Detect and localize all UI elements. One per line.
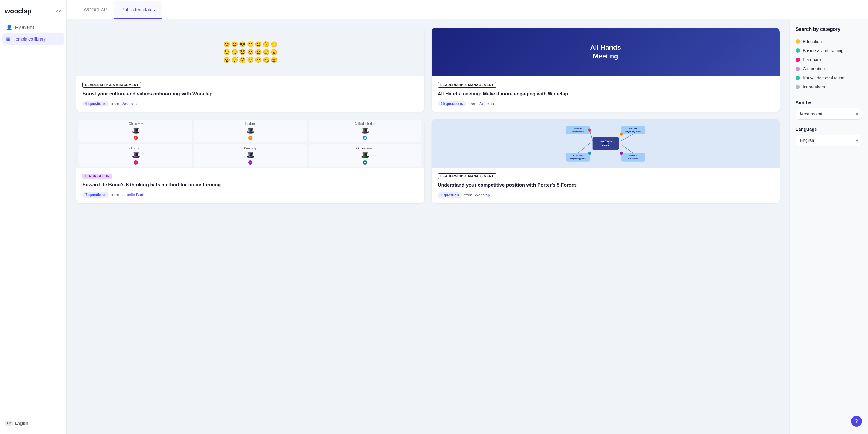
- category-item-co-creation[interactable]: Co-creation: [796, 64, 862, 73]
- card-tag-all-hands: LEADERSHIP & MANAGEMENT: [438, 82, 496, 88]
- author-six-hats[interactable]: Isabelle Barth: [122, 192, 146, 197]
- sidebar-item-templates-library[interactable]: ▦ Templates library: [2, 33, 64, 45]
- questions-badge-six-hats: 7 questions: [83, 192, 109, 197]
- hats-grid: Objectivity 🎩 1 Intuition 🎩 2 Critical t…: [76, 119, 424, 167]
- hat-cell-objectivity: Objectivity 🎩 1: [80, 120, 192, 143]
- category-item-icebreakers[interactable]: Icebreakers: [796, 83, 862, 92]
- card-boost-culture[interactable]: 😊😄😎😁😃🤔😐 😉😏🤓😊😄😢😠 😮😴🤗😇😑😋😆 LEADERSHIP & MAN…: [76, 28, 424, 112]
- cards-container: 😊😄😎😁😃🤔😐 😉😏🤓😊😄😢😠 😮😴🤗😇😑😋😆 LEADERSHIP & MAN…: [67, 20, 789, 434]
- svg-rect-12: [621, 153, 645, 161]
- from-label-0: from: [111, 101, 119, 106]
- all-hands-line2: Meeting: [593, 53, 618, 60]
- category-item-education[interactable]: Education: [796, 37, 862, 46]
- my-events-icon: 👤: [6, 24, 12, 30]
- card-tag-boost-culture: LEADERSHIP & MANAGEMENT: [83, 82, 141, 88]
- hat-cell-creativity: Creativity 🎩 5: [194, 144, 307, 167]
- category-label-business: Business and training: [803, 48, 843, 53]
- svg-text:Supplier: Supplier: [629, 128, 637, 130]
- hat-icon-5: 🎩: [361, 151, 369, 159]
- hat-label-1: Intuition: [245, 122, 255, 125]
- card-meta-boost-culture: 6 questions from Wooclap: [83, 101, 418, 106]
- author-porter[interactable]: Wooclap: [475, 193, 490, 197]
- card-body-six-hats: CO-CREATION Edward de Bono's 6 thinking …: [76, 167, 424, 203]
- search-by-category-title: Search by category: [796, 27, 862, 32]
- logo: wooclap: [5, 7, 32, 15]
- category-item-feedback[interactable]: Feedback: [796, 55, 862, 64]
- card-image-porter: Competitive rivalry Supplier bargaining …: [432, 119, 779, 167]
- hat-label-2: Critical thinking: [354, 122, 375, 125]
- hat-dot-5: 6: [363, 160, 367, 164]
- collapse-button[interactable]: <<: [56, 8, 62, 14]
- category-label-co-creation: Co-creation: [803, 66, 825, 71]
- card-tag-six-hats: CO-CREATION: [83, 174, 112, 179]
- tabs-bar: WOOCLAP Public templates: [67, 0, 868, 20]
- card-title-porter: Understand your competitive position wit…: [438, 182, 773, 188]
- category-dot-co-creation: [796, 67, 800, 71]
- card-meta-all-hands: 15 questions from Wooclap: [438, 101, 773, 106]
- svg-line-16: [621, 134, 633, 141]
- tab-public-templates[interactable]: Public templates: [114, 1, 162, 19]
- svg-point-22: [620, 152, 623, 155]
- card-porter[interactable]: Competitive rivalry Supplier bargaining …: [432, 119, 779, 203]
- category-dot-feedback: [796, 58, 800, 62]
- sidebar: wooclap << 👤 My events ▦ Templates libra…: [0, 0, 67, 434]
- tab-wooclap[interactable]: WOOCLAP: [76, 1, 114, 19]
- main-content: WOOCLAP Public templates 😊😄😎😁😃🤔😐 😉😏🤓😊😄😢😠…: [67, 0, 868, 434]
- svg-text:new entrants: new entrants: [572, 130, 584, 132]
- svg-line-17: [578, 143, 590, 153]
- sidebar-item-my-events[interactable]: 👤 My events: [2, 21, 64, 33]
- svg-line-15: [590, 130, 592, 141]
- language-select[interactable]: English French Spanish German: [796, 134, 862, 146]
- category-label-feedback: Feedback: [803, 57, 821, 62]
- category-label-education: Education: [803, 39, 822, 44]
- svg-text:Threat of: Threat of: [629, 155, 638, 157]
- all-hands-text: All Hands Meeting: [590, 43, 621, 61]
- sidebar-item-label-templates-library: Templates library: [13, 37, 46, 41]
- from-label-3: from: [464, 193, 472, 197]
- help-button[interactable]: ?: [851, 416, 862, 427]
- from-label-1: from: [468, 101, 476, 106]
- category-dot-knowledge: [796, 76, 800, 80]
- svg-point-21: [588, 152, 591, 155]
- sidebar-nav: 👤 My events ▦ Templates library: [0, 21, 66, 417]
- card-all-hands[interactable]: All Hands Meeting LEADERSHIP & MANAGEMEN…: [432, 28, 779, 112]
- content-area: 😊😄😎😁😃🤔😐 😉😏🤓😊😄😢😠 😮😴🤗😇😑😋😆 LEADERSHIP & MAN…: [67, 20, 868, 434]
- hat-dot-4: 5: [248, 160, 252, 164]
- card-six-hats[interactable]: Objectivity 🎩 1 Intuition 🎩 2 Critical t…: [76, 119, 424, 203]
- language-select-wrapper: English French Spanish German ▾: [796, 134, 862, 146]
- language-title: Language: [796, 126, 862, 131]
- hat-icon-4: 🎩: [246, 151, 255, 159]
- svg-text:Customer: Customer: [574, 155, 583, 157]
- svg-point-19: [588, 128, 591, 131]
- card-image-all-hands: All Hands Meeting: [432, 28, 779, 76]
- author-all-hands[interactable]: Wooclap: [478, 101, 494, 106]
- sidebar-footer: AB English: [0, 417, 66, 429]
- category-label-knowledge: Knowledge evaluation: [803, 75, 844, 80]
- svg-point-23: [603, 141, 608, 146]
- svg-text:bargaining power: bargaining power: [625, 130, 642, 133]
- cards-grid: 😊😄😎😁😃🤔😐 😉😏🤓😊😄😢😠 😮😴🤗😇😑😋😆 LEADERSHIP & MAN…: [76, 28, 779, 204]
- card-image-six-hats: Objectivity 🎩 1 Intuition 🎩 2 Critical t…: [76, 119, 424, 167]
- category-item-knowledge[interactable]: Knowledge evaluation: [796, 73, 862, 83]
- emoji-grid: 😊😄😎😁😃🤔😐 😉😏🤓😊😄😢😠 😮😴🤗😇😑😋😆: [221, 38, 280, 66]
- card-title-all-hands: All Hands meeting: Make it more engaging…: [438, 91, 773, 97]
- right-sidebar: Search by category Education Business an…: [789, 20, 868, 434]
- sidebar-language-label: English: [15, 421, 28, 426]
- card-body-all-hands: LEADERSHIP & MANAGEMENT All Hands meetin…: [432, 76, 779, 112]
- author-boost-culture[interactable]: Wooclap: [122, 101, 137, 106]
- svg-point-20: [620, 133, 623, 136]
- all-hands-line1: All Hands: [590, 44, 621, 51]
- hat-cell-optimism: Optimism 🎩 4: [80, 144, 192, 167]
- from-label-2: from: [111, 192, 119, 197]
- sort-select[interactable]: Most recent Most popular Alphabetical: [796, 108, 862, 120]
- category-label-icebreakers: Icebreakers: [803, 85, 825, 89]
- hat-icon-0: 🎩: [132, 127, 140, 134]
- hat-label-3: Optimism: [129, 147, 142, 150]
- card-tag-porter: LEADERSHIP & MANAGEMENT: [438, 173, 496, 179]
- hat-icon-2: 🎩: [361, 127, 369, 134]
- hat-dot-3: 4: [134, 160, 138, 164]
- card-title-boost-culture: Boost your culture and values onboarding…: [83, 91, 418, 97]
- category-item-business[interactable]: Business and training: [796, 46, 862, 55]
- sort-select-wrapper: Most recent Most popular Alphabetical ▾: [796, 108, 862, 120]
- hat-cell-intuition: Intuition 🎩 2: [194, 120, 307, 143]
